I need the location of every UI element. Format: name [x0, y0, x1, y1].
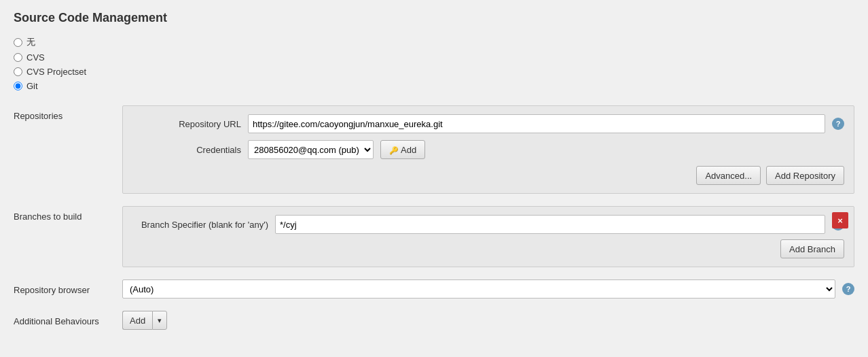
repositories-content: Repository URL ? Credentials 280856020@q… — [122, 105, 854, 194]
branch-delete-wrapper: × — [832, 212, 848, 228]
repo-browser-select[interactable]: (Auto) — [122, 279, 835, 299]
repositories-section: Repositories Repository URL ? Credential… — [14, 105, 854, 194]
add-behaviour-button[interactable]: Add — [122, 311, 152, 330]
add-behaviour-caret[interactable]: ▾ — [152, 311, 167, 330]
scm-radio-group: 无 CVS CVS Projectset Git — [14, 36, 854, 91]
repositories-label: Repositories — [14, 105, 122, 121]
radio-git[interactable]: Git — [14, 81, 854, 91]
branches-content: × Branch Specifier (blank for 'any') ? A… — [122, 206, 854, 267]
branches-label: Branches to build — [14, 206, 122, 222]
branches-section: Branches to build × Branch Specifier (bl… — [14, 206, 854, 267]
add-repository-button[interactable]: Add Repository — [766, 166, 844, 185]
additional-behaviours-section: Additional Behaviours Add ▾ — [14, 311, 854, 330]
add-behaviours-dropdown: Add ▾ — [122, 311, 167, 330]
branch-buttons-row: Add Branch — [132, 239, 844, 258]
additional-behaviours-label: Additional Behaviours — [14, 311, 122, 326]
radio-cvs-projectset[interactable]: CVS Projectset — [14, 67, 854, 77]
repo-buttons-row: Advanced... Add Repository — [132, 166, 844, 185]
radio-none-label[interactable]: 无 — [26, 36, 35, 48]
repo-browser-section: Repository browser (Auto) ? — [14, 279, 854, 299]
branch-delete-button[interactable]: × — [832, 212, 848, 228]
repository-url-row: Repository URL ? — [132, 114, 844, 133]
radio-cvs-label[interactable]: CVS — [26, 52, 45, 63]
repository-url-label: Repository URL — [132, 119, 241, 129]
branch-specifier-label: Branch Specifier (blank for 'any') — [132, 220, 268, 230]
radio-git-label[interactable]: Git — [26, 81, 38, 91]
radio-cvs-projectset-label[interactable]: CVS Projectset — [26, 67, 86, 77]
repo-browser-label: Repository browser — [14, 279, 122, 295]
credentials-add-button[interactable]: Add — [380, 140, 425, 159]
add-branch-button[interactable]: Add Branch — [780, 239, 844, 258]
branch-specifier-row: Branch Specifier (blank for 'any') ? — [132, 215, 844, 234]
radio-cvs[interactable]: CVS — [14, 52, 854, 63]
repository-url-input[interactable] — [248, 114, 825, 133]
credentials-row: Credentials 280856020@qq.com (pub) Add — [132, 140, 844, 159]
repository-url-help-icon[interactable]: ? — [832, 118, 844, 130]
radio-none[interactable]: 无 — [14, 36, 854, 48]
repo-browser-help-icon[interactable]: ? — [842, 283, 854, 295]
advanced-button[interactable]: Advanced... — [696, 166, 761, 185]
branch-specifier-input[interactable] — [275, 215, 825, 234]
credentials-select[interactable]: 280856020@qq.com (pub) — [248, 140, 374, 159]
credentials-label: Credentials — [132, 145, 241, 155]
page-title: Source Code Management — [14, 11, 854, 25]
